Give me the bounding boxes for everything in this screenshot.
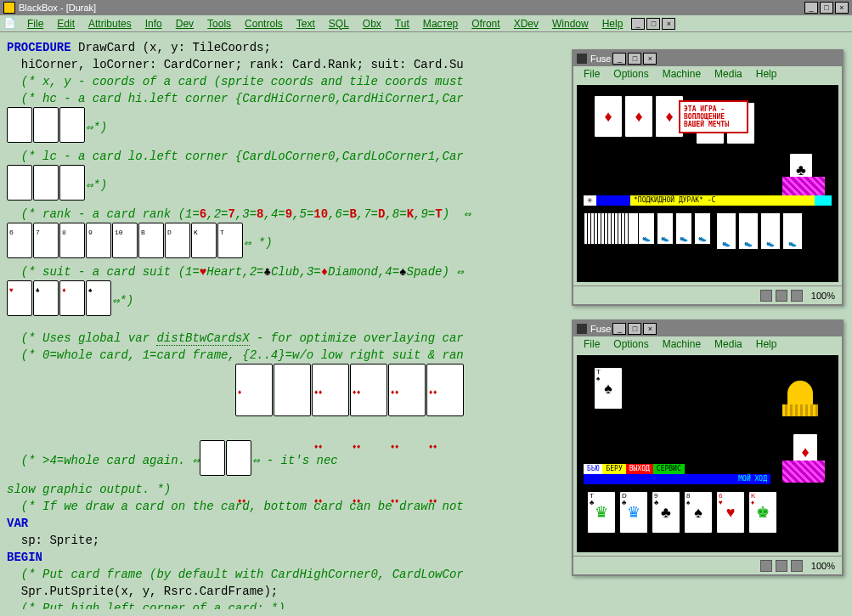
mouse-icon bbox=[760, 560, 772, 572]
heart-icon: ♥ bbox=[200, 265, 206, 279]
app-icon bbox=[3, 2, 15, 14]
pawn-icon bbox=[787, 381, 813, 406]
fuse1-menu-help[interactable]: Help bbox=[749, 66, 784, 82]
tape-icon bbox=[791, 290, 803, 302]
menu-xdev[interactable]: XDev bbox=[507, 16, 545, 31]
fuse1-menu-file[interactable]: File bbox=[577, 66, 607, 82]
game-card: ♦ bbox=[624, 95, 653, 138]
fuse-window-2: Fuse _ □ × File Options Machine Media He… bbox=[572, 319, 844, 576]
doc-icon[interactable]: 📄 bbox=[3, 17, 17, 31]
fuse2-buttons: БЬЮ БЕРУ ВЫХОД СЕРВИС bbox=[584, 464, 770, 474]
fuse2-menu-help[interactable]: Help bbox=[749, 336, 784, 352]
minimize-button[interactable]: _ bbox=[804, 2, 818, 14]
hand-card[interactable]: K♦♚ bbox=[748, 491, 777, 534]
btn-hit[interactable]: БЬЮ bbox=[584, 464, 602, 474]
fuse2-maximize-button[interactable]: □ bbox=[628, 323, 641, 335]
keyword-procedure: PROCEDURE bbox=[7, 41, 71, 54]
fuse2-turn: МОЙ ХОД bbox=[584, 474, 770, 484]
spade-icon: ♠ bbox=[399, 265, 406, 279]
game-banner: ЭТА ИГРА - ВОПЛОЩЕНИЕ ВАШЕЙ МЕЧТЫ bbox=[679, 100, 748, 133]
card-strip-2 bbox=[7, 165, 86, 206]
fuse2-menu-machine[interactable]: Machine bbox=[656, 336, 708, 352]
menu-master[interactable]: Мастер bbox=[416, 16, 465, 31]
fuse2-close-button[interactable]: × bbox=[643, 323, 657, 335]
menu-info[interactable]: Info bbox=[138, 16, 169, 31]
menu-dev[interactable]: Dev bbox=[169, 16, 200, 31]
btn-exit[interactable]: ВЫХОД bbox=[626, 464, 653, 474]
menu-tut[interactable]: Tut bbox=[388, 16, 416, 31]
menu-controls[interactable]: Controls bbox=[238, 16, 290, 31]
club-icon: ♣ bbox=[263, 265, 270, 279]
fuse1-game-status: ⚹ *ПОДКИДНОЙ ДУРАК* -С bbox=[584, 195, 832, 206]
menu-attributes[interactable]: Attributes bbox=[82, 16, 138, 31]
pawn-base bbox=[782, 404, 818, 416]
fuse1-menu-machine[interactable]: Machine bbox=[656, 66, 708, 82]
game-card: T♠♠ bbox=[594, 367, 623, 410]
menu-obx[interactable]: Obx bbox=[356, 16, 388, 31]
fuse1-zoom: 100% bbox=[811, 291, 835, 301]
paw-icon bbox=[776, 290, 787, 302]
hand-card[interactable]: 8♠♠ bbox=[684, 491, 713, 534]
hand-card[interactable]: 6♥♥ bbox=[716, 491, 745, 534]
hand-card[interactable]: D♣♛ bbox=[619, 491, 648, 534]
fuse1-statusbar: 100% bbox=[573, 285, 842, 304]
basket bbox=[782, 461, 825, 483]
menu-text[interactable]: Text bbox=[290, 16, 322, 31]
fuse1-maximize-button[interactable]: □ bbox=[628, 53, 641, 65]
app-title: BlackBox - [Durak] bbox=[19, 3, 96, 13]
btn-take[interactable]: БЕРУ bbox=[602, 464, 625, 474]
fuse1-titlebar[interactable]: Fuse _ □ × bbox=[573, 51, 842, 66]
fuse1-menu-media[interactable]: Media bbox=[708, 66, 749, 82]
menu-file[interactable]: File bbox=[20, 16, 50, 31]
mouse-icon bbox=[760, 290, 772, 302]
close-button[interactable]: × bbox=[835, 2, 849, 14]
fuse2-titlebar[interactable]: Fuse _ □ × bbox=[573, 321, 842, 336]
fuse2-menu-file[interactable]: File bbox=[577, 336, 607, 352]
menu-ofront[interactable]: Ofront bbox=[465, 16, 506, 31]
mdi-close-button[interactable]: × bbox=[662, 18, 675, 30]
fuse1-minimize-button[interactable]: _ bbox=[612, 53, 626, 65]
diamond-icon: ♦ bbox=[321, 265, 328, 279]
keyword-var: VAR bbox=[7, 517, 28, 530]
btn-service[interactable]: СЕРВИС bbox=[653, 464, 685, 474]
card-strip-ranks: 678910BDKT bbox=[7, 223, 244, 263]
fuse2-statusbar: 100% bbox=[573, 556, 842, 574]
menu-tools[interactable]: Tools bbox=[200, 16, 238, 31]
fuse2-screen[interactable]: T♠♠ ♦ БЬЮ БЕРУ ВЫХОД СЕРВИС МОЙ ХОД T♣♛ … bbox=[573, 352, 842, 556]
menu-window[interactable]: Window bbox=[545, 16, 595, 31]
hand-card[interactable]: T♣♛ bbox=[587, 491, 616, 534]
keyword-begin: BEGIN bbox=[7, 551, 42, 564]
mdi-maximize-button[interactable]: □ bbox=[646, 18, 660, 30]
menu-edit[interactable]: Edit bbox=[50, 16, 82, 31]
fuse-icon bbox=[577, 54, 587, 64]
maximize-button[interactable]: □ bbox=[820, 2, 833, 14]
main-titlebar: BlackBox - [Durak] _ □ × bbox=[0, 0, 852, 15]
fuse2-zoom: 100% bbox=[811, 561, 835, 571]
menu-help[interactable]: Help bbox=[595, 16, 630, 31]
fuse2-menu-options[interactable]: Options bbox=[607, 336, 655, 352]
main-menubar: 📄 File Edit Attributes Info Dev Tools Co… bbox=[0, 15, 852, 32]
tape-icon bbox=[791, 560, 803, 572]
fuse1-menubar: File Options Machine Media Help bbox=[573, 66, 842, 82]
game-card: ♦ bbox=[594, 95, 623, 138]
fuse1-title: Fuse bbox=[590, 54, 611, 64]
fuse2-menubar: File Options Machine Media Help bbox=[573, 336, 842, 352]
card-strip-3 bbox=[200, 440, 252, 481]
fuse1-close-button[interactable]: × bbox=[643, 53, 657, 65]
fuse-icon bbox=[577, 324, 587, 334]
mdi-minimize-button[interactable]: _ bbox=[631, 18, 645, 30]
card-strip-big: ♦♦♦♦♦♦♦♦♦♦♦♦♦♦♦♦♦♦♦♦♦♦♦♦♦♦♦♦♦ bbox=[235, 364, 465, 440]
fuse-window-1: Fuse _ □ × File Options Machine Media He… bbox=[572, 49, 844, 306]
fuse2-minimize-button[interactable]: _ bbox=[612, 323, 626, 335]
fuse1-screen[interactable]: ♦ ♦ ♦ ♦ ♦ ЭТА ИГРА - ВОПЛОЩЕНИЕ ВАШЕЙ МЕ… bbox=[573, 82, 842, 285]
menu-sql[interactable]: SQL bbox=[322, 16, 356, 31]
fuse2-title: Fuse bbox=[590, 324, 611, 334]
paw-icon bbox=[776, 560, 787, 572]
fuse1-menu-options[interactable]: Options bbox=[607, 66, 655, 82]
workspace: PROCEDURE DrawCard (x, y: TileCoords; hi… bbox=[0, 32, 852, 616]
fuse2-menu-media[interactable]: Media bbox=[708, 336, 749, 352]
card-strip-suits: ♥♣♦♠ bbox=[7, 280, 112, 321]
hand-card[interactable]: 9♣♣ bbox=[652, 491, 680, 534]
card-strip-1 bbox=[7, 107, 86, 148]
